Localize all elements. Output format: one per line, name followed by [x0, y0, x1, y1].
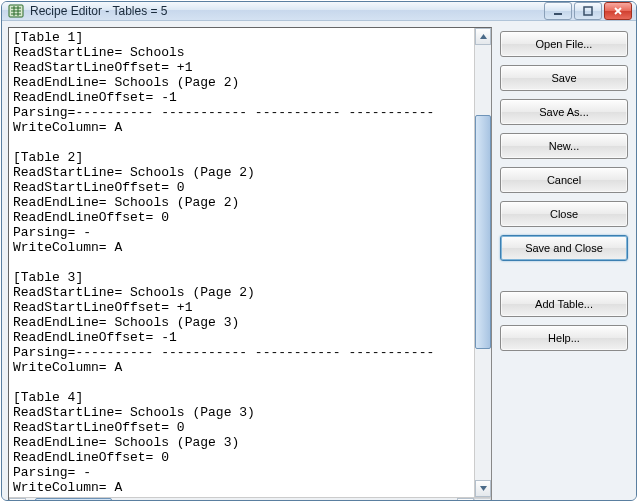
svg-rect-6	[554, 13, 562, 15]
scroll-corner	[474, 498, 491, 501]
close-editor-button[interactable]: Close	[500, 201, 628, 227]
open-file-button[interactable]: Open File...	[500, 31, 628, 57]
horizontal-scrollbar[interactable]	[9, 497, 491, 501]
window-controls	[544, 2, 632, 20]
window-frame: Recipe Editor - Tables = 5 [Table 1] Rea…	[1, 1, 637, 501]
hscroll-thumb[interactable]	[35, 498, 113, 501]
save-and-close-button[interactable]: Save and Close	[500, 235, 628, 261]
vscroll-track[interactable]	[475, 45, 491, 480]
new-button[interactable]: New...	[500, 133, 628, 159]
vscroll-thumb[interactable]	[475, 115, 491, 350]
scroll-right-icon[interactable]	[457, 498, 474, 501]
client-area: [Table 1] ReadStartLine= Schools ReadSta…	[2, 21, 636, 501]
button-sidebar: Open File... Save Save As... New... Canc…	[498, 27, 630, 501]
scroll-left-icon[interactable]	[9, 498, 26, 501]
scroll-up-icon[interactable]	[475, 28, 491, 45]
app-icon	[8, 3, 24, 19]
maximize-button[interactable]	[574, 2, 602, 20]
vertical-scrollbar[interactable]	[474, 28, 491, 497]
save-button[interactable]: Save	[500, 65, 628, 91]
window-title: Recipe Editor - Tables = 5	[30, 4, 544, 18]
close-button[interactable]	[604, 2, 632, 20]
scroll-down-icon[interactable]	[475, 480, 491, 497]
editor-panel: [Table 1] ReadStartLine= Schools ReadSta…	[8, 27, 492, 501]
cancel-button[interactable]: Cancel	[500, 167, 628, 193]
help-button[interactable]: Help...	[500, 325, 628, 351]
hscroll-track[interactable]	[26, 498, 457, 501]
add-table-button[interactable]: Add Table...	[500, 291, 628, 317]
recipe-text-editor[interactable]: [Table 1] ReadStartLine= Schools ReadSta…	[9, 28, 474, 497]
svg-rect-7	[584, 7, 592, 15]
save-as-button[interactable]: Save As...	[500, 99, 628, 125]
minimize-button[interactable]	[544, 2, 572, 20]
titlebar[interactable]: Recipe Editor - Tables = 5	[2, 2, 636, 21]
